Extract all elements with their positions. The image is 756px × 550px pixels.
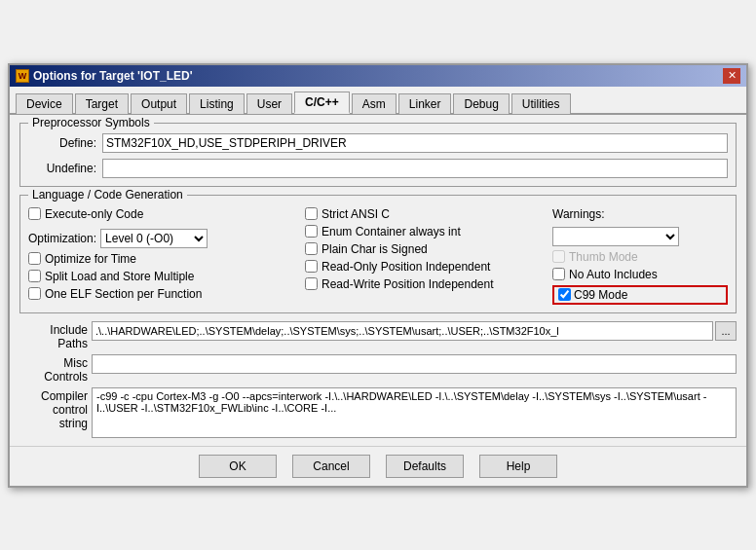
- strict-ansi-label: Strict ANSI C: [321, 207, 390, 221]
- tab-user[interactable]: User: [246, 93, 292, 114]
- tab-cpp[interactable]: C/C++: [294, 92, 350, 114]
- define-input[interactable]: [102, 133, 728, 153]
- split-load-label: Split Load and Store Multiple: [45, 270, 194, 283]
- optimization-label: Optimization:: [28, 232, 96, 245]
- tab-device[interactable]: Device: [16, 93, 73, 114]
- plain-char-row: Plain Char is Signed: [305, 242, 548, 256]
- define-row: Define:: [28, 133, 728, 153]
- readwrite-pos-checkbox[interactable]: [305, 277, 318, 290]
- c99-mode-checkbox[interactable]: [558, 288, 571, 301]
- no-auto-includes-row: No Auto Includes: [552, 268, 728, 281]
- misc-controls-wrap: [92, 354, 737, 374]
- include-section: Include Paths ... Misc Controls Compiler…: [19, 321, 737, 438]
- plain-char-label: Plain Char is Signed: [321, 242, 428, 256]
- title-bar: W Options for Target 'IOT_LED' ✕: [10, 65, 746, 87]
- include-paths-label: Include Paths: [19, 321, 88, 350]
- include-paths-input[interactable]: [92, 321, 713, 341]
- define-label: Define:: [28, 136, 96, 150]
- warnings-select[interactable]: [552, 227, 679, 246]
- tab-asm[interactable]: Asm: [352, 93, 397, 114]
- app-icon: W: [16, 69, 29, 83]
- readwrite-pos-label: Read-Write Position Independent: [321, 277, 494, 291]
- readonly-pos-label: Read-Only Position Independent: [321, 260, 490, 274]
- language-group: Language / Code Generation Execute-only …: [19, 195, 737, 313]
- enum-container-row: Enum Container always int: [305, 225, 548, 238]
- c99-mode-highlighted: C99 Mode: [552, 285, 728, 305]
- misc-controls-label: Misc Controls: [19, 354, 88, 384]
- close-button[interactable]: ✕: [723, 68, 740, 84]
- c99-mode-label: C99 Mode: [574, 288, 627, 302]
- split-load-row: Split Load and Store Multiple: [28, 270, 301, 283]
- col1: Execute-only Code Optimization: Level 0 …: [28, 207, 301, 305]
- include-paths-wrap: ...: [92, 321, 737, 341]
- one-elf-label: One ELF Section per Function: [45, 287, 202, 301]
- col2: Strict ANSI C Enum Container always int …: [305, 207, 548, 305]
- col3: Warnings: Thumb Mode No Auto Includes: [552, 207, 728, 305]
- enum-container-label: Enum Container always int: [321, 225, 461, 238]
- execute-only-label: Execute-only Code: [45, 207, 143, 221]
- preprocessor-group-title: Preprocessor Symbols: [28, 116, 154, 129]
- help-button[interactable]: Help: [479, 455, 557, 478]
- include-paths-row: Include Paths ...: [19, 321, 737, 350]
- optimize-time-label: Optimize for Time: [45, 252, 136, 266]
- thumb-mode-label: Thumb Mode: [569, 250, 638, 264]
- tab-output[interactable]: Output: [131, 93, 187, 114]
- compiler-control-label: Compiler control string: [19, 387, 88, 430]
- undefine-label: Undefine:: [28, 162, 96, 175]
- one-elf-row: One ELF Section per Function: [28, 287, 301, 301]
- tabs-row: Device Target Output Listing User C/C++ …: [10, 87, 746, 115]
- enum-container-checkbox[interactable]: [305, 225, 318, 238]
- language-group-title: Language / Code Generation: [28, 188, 187, 202]
- tab-listing[interactable]: Listing: [189, 93, 245, 114]
- no-auto-includes-checkbox[interactable]: [552, 268, 565, 280]
- footer-row: OK Cancel Defaults Help: [10, 446, 746, 486]
- include-browse-button[interactable]: ...: [715, 321, 737, 341]
- readwrite-pos-row: Read-Write Position Independent: [305, 277, 548, 291]
- thumb-mode-checkbox[interactable]: [552, 250, 565, 263]
- misc-controls-row: Misc Controls: [19, 354, 737, 384]
- tab-target[interactable]: Target: [75, 93, 129, 114]
- undefine-row: Undefine:: [28, 159, 728, 178]
- cancel-button[interactable]: Cancel: [292, 455, 370, 478]
- readonly-pos-row: Read-Only Position Independent: [305, 260, 548, 274]
- title-bar-left: W Options for Target 'IOT_LED': [16, 69, 193, 83]
- optimize-time-row: Optimize for Time: [28, 252, 301, 266]
- ok-button[interactable]: OK: [199, 455, 277, 478]
- main-content: Preprocessor Symbols Define: Undefine: L…: [10, 115, 746, 446]
- compiler-control-string: -c99 -c -cpu Cortex-M3 -g -O0 --apcs=int…: [92, 387, 737, 438]
- preprocessor-group: Preprocessor Symbols Define: Undefine:: [19, 123, 737, 187]
- readonly-pos-checkbox[interactable]: [305, 260, 318, 273]
- optimization-row: Optimization: Level 0 (-O0): [28, 229, 301, 248]
- strict-ansi-row: Strict ANSI C: [305, 207, 548, 221]
- compiler-control-row: Compiler control string -c99 -c -cpu Cor…: [19, 387, 737, 438]
- execute-only-row: Execute-only Code: [28, 207, 301, 221]
- one-elf-checkbox[interactable]: [28, 287, 41, 300]
- compiler-wrap: -c99 -c -cpu Cortex-M3 -g -O0 --apcs=int…: [92, 387, 737, 438]
- tab-linker[interactable]: Linker: [398, 93, 452, 114]
- defaults-button[interactable]: Defaults: [386, 455, 464, 478]
- tab-utilities[interactable]: Utilities: [511, 93, 571, 114]
- main-window: W Options for Target 'IOT_LED' ✕ Device …: [8, 63, 748, 488]
- window-title: Options for Target 'IOT_LED': [33, 69, 193, 83]
- thumb-mode-row: Thumb Mode: [552, 250, 728, 264]
- misc-controls-input[interactable]: [92, 354, 737, 374]
- warnings-select-row: [552, 227, 728, 246]
- split-load-checkbox[interactable]: [28, 270, 41, 282]
- execute-only-checkbox[interactable]: [28, 207, 41, 220]
- optimize-time-checkbox[interactable]: [28, 252, 41, 265]
- language-section: Execute-only Code Optimization: Level 0 …: [28, 207, 728, 305]
- plain-char-checkbox[interactable]: [305, 242, 318, 255]
- strict-ansi-checkbox[interactable]: [305, 207, 318, 220]
- undefine-input[interactable]: [102, 159, 728, 178]
- no-auto-includes-label: No Auto Includes: [569, 268, 658, 281]
- warnings-label: Warnings:: [552, 207, 728, 221]
- tab-debug[interactable]: Debug: [453, 93, 509, 114]
- optimization-select[interactable]: Level 0 (-O0): [100, 229, 208, 248]
